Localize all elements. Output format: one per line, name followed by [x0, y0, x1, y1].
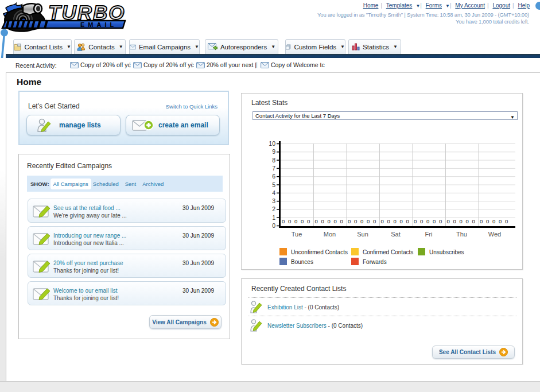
svg-text:0: 0	[414, 218, 417, 224]
svg-text:0: 0	[433, 218, 436, 224]
svg-text:0: 0	[321, 218, 324, 224]
svg-text:0: 0	[492, 218, 495, 224]
svg-text:Wed: Wed	[488, 231, 501, 238]
svg-text:0: 0	[348, 218, 351, 224]
svg-text:10: 10	[269, 140, 275, 147]
svg-text:Sat: Sat	[391, 231, 401, 238]
svg-text:0: 0	[373, 218, 376, 224]
svg-text:0: 0	[387, 218, 390, 224]
svg-text:0: 0	[282, 218, 285, 224]
svg-text:0: 0	[400, 218, 403, 224]
svg-text:4: 4	[272, 189, 275, 196]
svg-text:0: 0	[426, 218, 429, 224]
svg-text:Thu: Thu	[456, 231, 467, 238]
svg-text:0: 0	[466, 218, 469, 224]
svg-text:0: 0	[505, 218, 508, 224]
svg-text:0: 0	[272, 222, 275, 229]
svg-text:0: 0	[447, 218, 450, 224]
svg-text:Sun: Sun	[357, 231, 368, 238]
svg-text:8: 8	[272, 157, 275, 164]
svg-text:0: 0	[315, 218, 318, 224]
svg-text:6: 6	[272, 173, 275, 180]
svg-text:0: 0	[328, 218, 331, 224]
svg-text:EMAIL: EMAIL	[80, 21, 117, 28]
svg-text:0: 0	[480, 218, 483, 224]
svg-text:Tue: Tue	[292, 231, 302, 238]
svg-text:0: 0	[394, 218, 397, 224]
svg-text:0: 0	[472, 218, 475, 224]
svg-text:0: 0	[360, 218, 363, 224]
svg-text:0: 0	[367, 218, 370, 224]
svg-text:0: 0	[354, 218, 357, 224]
svg-text:0: 0	[381, 218, 384, 224]
svg-text:Mon: Mon	[324, 231, 336, 238]
svg-text:0: 0	[406, 218, 409, 224]
svg-text:3: 3	[272, 197, 275, 204]
svg-text:0: 0	[334, 218, 337, 224]
svg-text:0: 0	[420, 218, 423, 224]
svg-text:0: 0	[453, 218, 456, 224]
svg-text:0: 0	[294, 218, 297, 224]
svg-text:0: 0	[499, 218, 502, 224]
svg-text:0: 0	[486, 218, 489, 224]
svg-text:0: 0	[301, 218, 304, 224]
svg-text:0: 0	[460, 218, 463, 224]
svg-text:2: 2	[272, 205, 275, 212]
svg-text:9: 9	[272, 148, 275, 155]
svg-text:0: 0	[439, 218, 442, 224]
svg-text:Fri: Fri	[425, 231, 433, 238]
svg-text:0: 0	[288, 218, 291, 224]
svg-text:0: 0	[340, 218, 343, 224]
svg-text:5: 5	[272, 181, 275, 188]
svg-text:0: 0	[307, 218, 310, 224]
svg-text:7: 7	[272, 165, 275, 172]
svg-text:1: 1	[272, 214, 275, 221]
